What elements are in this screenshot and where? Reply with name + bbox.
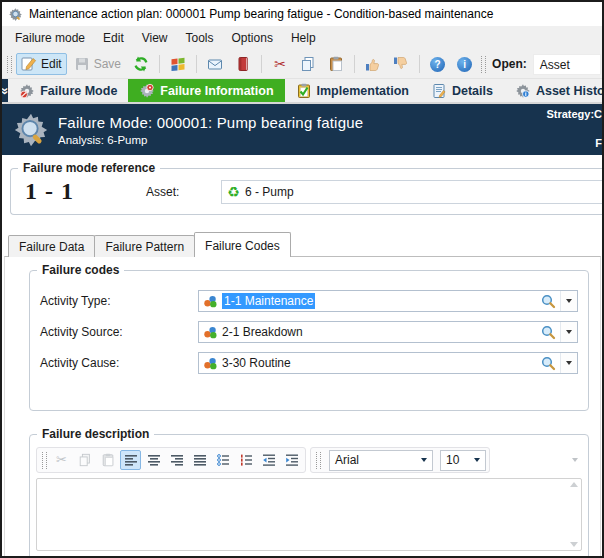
- window-title: Maintenance action plan: 000001 Pump bea…: [29, 7, 493, 21]
- tab-asset-history[interactable]: Asset History: [504, 79, 604, 102]
- paste-button[interactable]: [97, 450, 118, 470]
- save-button-label: Save: [94, 57, 121, 71]
- align-left-icon: [124, 453, 138, 467]
- record-header-text: Failure Mode: 000001: Pump bearing fatig…: [58, 114, 363, 146]
- menu-failure-mode[interactable]: Failure mode: [6, 27, 94, 49]
- decrease-indent-button[interactable]: [258, 450, 279, 470]
- menu-options[interactable]: Options: [223, 27, 282, 49]
- gear-alert-icon: [139, 83, 155, 99]
- copy-icon: [300, 56, 316, 72]
- dropdown-button[interactable]: [560, 291, 577, 311]
- info-button[interactable]: i: [452, 54, 477, 75]
- reject-button[interactable]: [388, 53, 414, 75]
- toolbar-overflow-button[interactable]: [567, 448, 582, 472]
- edit-button-label: Edit: [41, 57, 62, 71]
- justify-button[interactable]: [189, 450, 210, 470]
- dropdown-button[interactable]: [560, 353, 577, 373]
- windows-button[interactable]: [165, 53, 191, 75]
- scroll-down-icon[interactable]: [570, 542, 578, 547]
- align-center-button[interactable]: [143, 450, 164, 470]
- group-label: Failure mode reference: [18, 161, 160, 175]
- edit-icon: [21, 56, 37, 72]
- tab-failure-data[interactable]: Failure Data: [8, 235, 95, 257]
- record-title: Failure Mode: 000001: Pump bearing fatig…: [58, 114, 363, 131]
- toolbar-grip[interactable]: [481, 56, 486, 73]
- send-note-button[interactable]: [202, 53, 228, 75]
- activity-type-row: Activity Type: 1-1 Maintenance: [40, 290, 578, 312]
- increase-indent-button[interactable]: [281, 450, 302, 470]
- align-center-icon: [147, 453, 161, 467]
- envelope-icon: [207, 56, 223, 72]
- failure-codes-panel: Failure codes Activity Type: 1-1 Mainten…: [4, 256, 601, 558]
- toolbar-grip[interactable]: [42, 452, 47, 469]
- asset-value: 6 - Pump: [245, 185, 294, 199]
- activity-cause-value: 3-30 Routine: [222, 356, 291, 370]
- align-right-button[interactable]: [166, 450, 187, 470]
- chevron-down-icon: [566, 361, 572, 365]
- tab-details[interactable]: Details: [420, 79, 504, 102]
- red-book-icon: [235, 56, 251, 72]
- paste-button[interactable]: [323, 53, 349, 75]
- document-icon: [431, 83, 447, 99]
- help-button[interactable]: ?: [425, 54, 450, 75]
- paste-icon: [101, 453, 115, 467]
- tab-failure-codes[interactable]: Failure Codes: [194, 232, 291, 257]
- asset-combo[interactable]: ♻ 6 - Pump: [221, 180, 604, 204]
- toolbar-grip[interactable]: [316, 452, 321, 469]
- numbered-list-icon: [239, 453, 253, 467]
- tab-failure-pattern[interactable]: Failure Pattern: [94, 235, 195, 257]
- scroll-up-icon[interactable]: [570, 482, 578, 487]
- font-size-combo[interactable]: 10: [440, 450, 486, 471]
- activity-cause-row: Activity Cause: 3-30 Routine: [40, 352, 578, 374]
- spheres-icon: [203, 294, 218, 309]
- save-button[interactable]: Save: [69, 53, 126, 75]
- help-icon: ?: [430, 57, 445, 72]
- menu-tools[interactable]: Tools: [177, 27, 223, 49]
- activity-source-combo[interactable]: 2-1 Breakdown: [198, 321, 578, 343]
- font-name-combo[interactable]: Arial: [329, 450, 433, 471]
- activity-cause-combo[interactable]: 3-30 Routine: [198, 352, 578, 374]
- search-icon[interactable]: [540, 324, 556, 340]
- dropdown-button[interactable]: [560, 322, 577, 342]
- rich-text-toolbar: ✂: [36, 447, 582, 473]
- tab-implementation[interactable]: Implementation: [285, 79, 420, 102]
- chevron-down-icon: [474, 458, 480, 462]
- titlebar: Maintenance action plan: 000001 Pump bea…: [2, 2, 602, 26]
- numbered-list-button[interactable]: [235, 450, 256, 470]
- align-left-button[interactable]: [120, 450, 141, 470]
- activity-source-label: Activity Source:: [40, 325, 198, 339]
- copy-button[interactable]: [295, 53, 321, 75]
- spheres-icon: [203, 325, 218, 340]
- menu-view[interactable]: View: [133, 27, 177, 49]
- main-toolbar: Edit Save: [2, 50, 602, 79]
- cut-button[interactable]: ✂: [267, 53, 293, 75]
- detail-tab-strip: Failure Data Failure Pattern Failure Cod…: [8, 232, 602, 257]
- activity-type-combo[interactable]: 1-1 Maintenance: [198, 290, 578, 312]
- failure-description-textarea[interactable]: [36, 478, 582, 551]
- edit-button[interactable]: Edit: [16, 53, 67, 75]
- record-header: Failure Mode: 000001: Pump bearing fatig…: [2, 104, 602, 155]
- chevron-down-icon: [566, 330, 572, 334]
- toolbar-grip[interactable]: [7, 56, 12, 73]
- scissors-icon: ✂: [56, 452, 67, 468]
- menu-edit[interactable]: Edit: [94, 27, 133, 49]
- bullet-list-button[interactable]: [212, 450, 233, 470]
- approve-button[interactable]: [360, 53, 386, 75]
- toolbar-separator: [354, 55, 355, 73]
- activity-source-row: Activity Source: 2-1 Breakdown: [40, 321, 578, 343]
- bullet-list-icon: [216, 453, 230, 467]
- chevron-double-down-icon: »: [0, 87, 13, 93]
- activity-source-value: 2-1 Breakdown: [222, 325, 303, 339]
- copy-button[interactable]: [74, 450, 95, 470]
- menu-help[interactable]: Help: [282, 27, 325, 49]
- refresh-button[interactable]: [128, 53, 154, 75]
- tab-failure-mode[interactable]: Failure Mode: [8, 79, 128, 102]
- search-icon[interactable]: [540, 293, 556, 309]
- tab-failure-information[interactable]: Failure Information: [128, 79, 284, 102]
- open-combo[interactable]: Asset: [533, 54, 601, 75]
- search-icon[interactable]: [540, 355, 556, 371]
- save-icon: [74, 56, 90, 72]
- cut-button[interactable]: ✂: [51, 450, 72, 470]
- failure-mode-number: 1 - 1: [25, 178, 74, 205]
- report-button[interactable]: [230, 53, 256, 75]
